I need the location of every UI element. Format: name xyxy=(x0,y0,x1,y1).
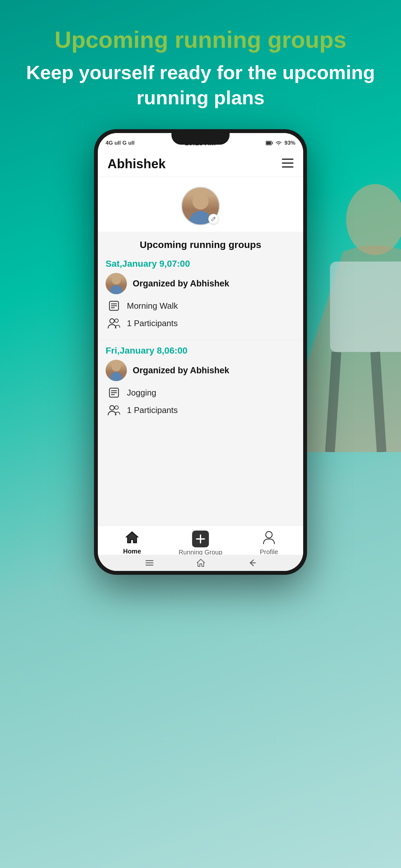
svg-line-8 xyxy=(214,218,215,219)
activity-row-0: Morning Walk xyxy=(105,299,296,313)
scrollable-content[interactable]: Upcoming running groups Sat,January 9,07… xyxy=(98,177,303,571)
svg-point-13 xyxy=(110,319,114,323)
participants-row-0: 1 Participants xyxy=(105,316,296,330)
svg-point-20 xyxy=(115,406,119,409)
phone-device: 4G ull G ull 10:18 AM 93% xyxy=(94,129,307,575)
group-card-0: Sat,January 9,07:00 Organized by Abhishe… xyxy=(98,253,303,340)
hamburger-button[interactable] xyxy=(282,158,294,170)
participants-row-1: 1 Participants xyxy=(105,403,296,417)
svg-rect-5 xyxy=(282,159,294,160)
nav-item-home[interactable]: Home xyxy=(98,531,166,555)
organizer-avatar-1 xyxy=(105,360,127,381)
profile-icon xyxy=(263,531,275,547)
phone-body: Abhishek xyxy=(98,151,303,571)
svg-rect-1 xyxy=(330,261,401,352)
profile-section xyxy=(98,177,303,232)
status-right: 93% xyxy=(266,140,296,146)
group-date-0: Sat,January 9,07:00 xyxy=(105,253,296,273)
activity-icon-0 xyxy=(107,299,121,313)
svg-rect-6 xyxy=(282,162,294,164)
svg-point-19 xyxy=(110,406,114,410)
organizer-row-0: Organized by Abhishek xyxy=(105,273,296,294)
wifi-icon xyxy=(275,141,282,146)
section-title: Upcoming running groups xyxy=(98,232,303,253)
battery-icon xyxy=(266,141,273,146)
avatar-container xyxy=(181,187,220,225)
add-group-icon xyxy=(192,531,209,547)
phone-screen: 4G ull G ull 10:18 AM 93% xyxy=(98,133,303,571)
header-section: Upcoming running groups Keep yourself re… xyxy=(0,26,401,111)
signal-icons: 4G ull G ull xyxy=(105,140,135,146)
svg-point-23 xyxy=(266,531,272,538)
organizer-name-0: Organized by Abhishek xyxy=(133,279,229,289)
app-header: Abhishek xyxy=(98,151,303,177)
bottom-spacer xyxy=(98,427,303,479)
svg-point-0 xyxy=(346,184,401,255)
activity-name-1: Jogging xyxy=(127,388,156,398)
status-left: 4G ull G ull xyxy=(105,140,135,146)
organizer-row-1: Organized by Abhishek xyxy=(105,360,296,381)
organizer-avatar-0 xyxy=(105,273,127,294)
header-subtitle: Keep yourself ready for the upcoming run… xyxy=(19,60,382,111)
sys-nav-menu-icon xyxy=(145,559,154,566)
battery-percent: 93% xyxy=(284,140,296,146)
edit-avatar-button[interactable] xyxy=(208,214,219,224)
nav-label-home: Home xyxy=(123,548,141,555)
phone-notch xyxy=(172,133,229,145)
sys-nav-home-icon xyxy=(197,559,205,567)
system-nav-bar xyxy=(98,555,303,571)
group-card-1: Fri,January 8,06:00 Organized by Abhishe… xyxy=(98,340,303,427)
nav-item-running-group[interactable]: Running Group xyxy=(166,531,235,556)
participants-count-0: 1 Participants xyxy=(127,318,178,329)
svg-rect-3 xyxy=(272,142,273,144)
avatar-head xyxy=(192,193,209,210)
home-icon xyxy=(125,531,139,547)
sys-nav-back-icon xyxy=(248,559,256,567)
group-date-1: Fri,January 8,06:00 xyxy=(105,340,296,360)
participants-count-1: 1 Participants xyxy=(127,405,178,415)
activity-name-0: Morning Walk xyxy=(127,301,178,311)
participants-icon-1 xyxy=(107,403,121,417)
svg-rect-7 xyxy=(282,166,294,167)
activity-row-1: Jogging xyxy=(105,385,296,400)
activity-icon-1 xyxy=(107,385,121,400)
app-user-name: Abhishek xyxy=(107,157,166,171)
header-title: Upcoming running groups xyxy=(19,26,382,54)
svg-rect-4 xyxy=(266,142,271,145)
organizer-name-1: Organized by Abhishek xyxy=(133,366,229,376)
nav-item-profile[interactable]: Profile xyxy=(235,531,303,556)
participants-icon-0 xyxy=(107,316,121,330)
svg-point-14 xyxy=(115,319,119,322)
